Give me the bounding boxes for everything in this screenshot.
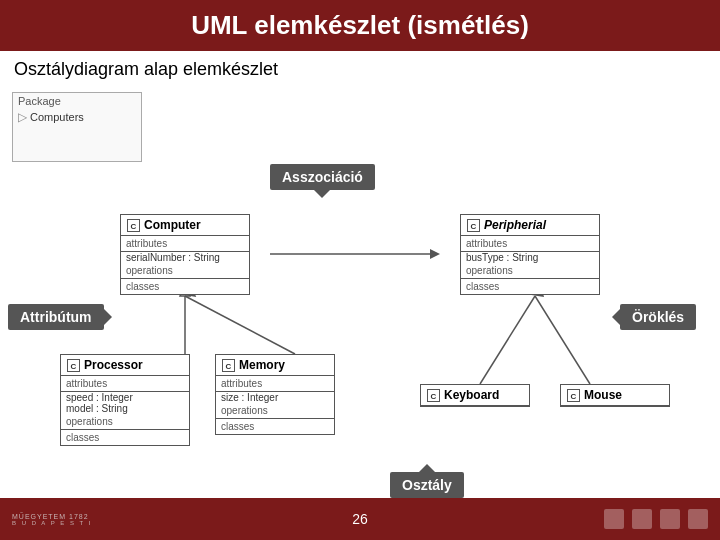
- footer-icon-4: [688, 509, 708, 529]
- class-name-computer: Computer: [144, 218, 201, 232]
- class-icon-peripherial: C: [467, 219, 480, 232]
- callout-inheritance: Öröklés: [620, 304, 696, 330]
- footer-page-number: 26: [352, 511, 368, 527]
- footer-icon-group: [604, 509, 708, 529]
- svg-line-4: [185, 296, 295, 354]
- footer-icon-2: [632, 509, 652, 529]
- folder-icon: ▷: [18, 110, 27, 124]
- class-name-keyboard: Keyboard: [444, 388, 499, 402]
- class-icon-computer: C: [127, 219, 140, 232]
- class-processor: C Processor attributes speed : Integer m…: [60, 354, 190, 446]
- class-icon-keyboard: C: [427, 389, 440, 402]
- svg-line-6: [480, 296, 535, 384]
- footer-logo: MŰEGYETEM 1782 B U D A P E S T I: [12, 513, 92, 526]
- class-icon-mouse: C: [567, 389, 580, 402]
- footer-icon-1: [604, 509, 624, 529]
- subtitle: Osztálydiagram alap elemkészlet: [0, 51, 720, 84]
- footer-icon-3: [660, 509, 680, 529]
- class-peripherial: C Peripherial attributes busType : Strin…: [460, 214, 600, 295]
- svg-marker-1: [430, 249, 440, 259]
- package-box: Package ▷ Computers: [12, 92, 142, 162]
- main-content: Package ▷ Computers Asszociáció Attribút…: [0, 84, 720, 514]
- class-memory: C Memory attributes size : Integer opera…: [215, 354, 335, 435]
- callout-class: Osztály: [390, 472, 464, 498]
- class-computer: C Computer attributes serialNumber : Str…: [120, 214, 250, 295]
- class-name-mouse: Mouse: [584, 388, 622, 402]
- class-name-processor: Processor: [84, 358, 143, 372]
- package-item: ▷ Computers: [13, 109, 141, 125]
- svg-line-8: [535, 296, 590, 384]
- class-mouse: C Mouse: [560, 384, 670, 407]
- class-name-memory: Memory: [239, 358, 285, 372]
- class-icon-processor: C: [67, 359, 80, 372]
- class-icon-memory: C: [222, 359, 235, 372]
- class-keyboard: C Keyboard: [420, 384, 530, 407]
- footer: MŰEGYETEM 1782 B U D A P E S T I 26: [0, 498, 720, 540]
- class-name-peripherial: Peripherial: [484, 218, 546, 232]
- callout-association: Asszociáció: [270, 164, 375, 190]
- callout-attribute: Attribútum: [8, 304, 104, 330]
- page-title: UML elemkészlet (ismétlés): [0, 0, 720, 51]
- package-label: Package: [13, 93, 141, 109]
